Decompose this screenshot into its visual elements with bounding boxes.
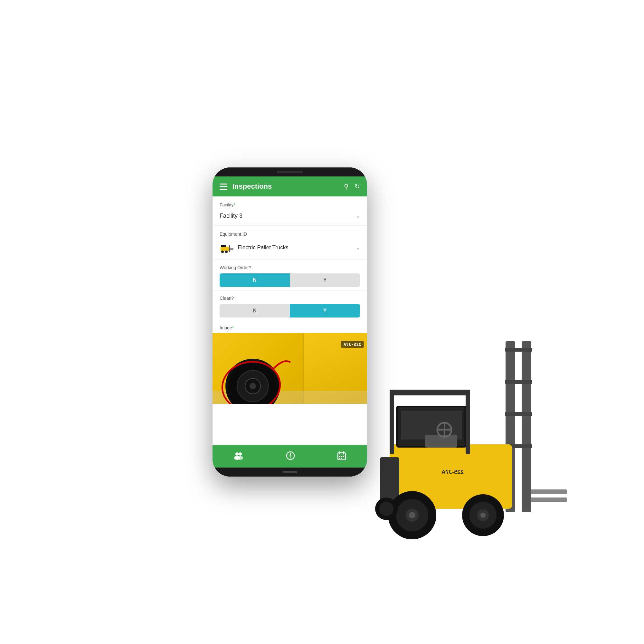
svg-point-27 [379, 502, 393, 516]
menu-button[interactable] [220, 184, 227, 190]
svg-rect-52 [341, 456, 342, 457]
facility-dropdown[interactable]: Facility 3 ⌄ [220, 210, 360, 222]
calendar-icon [337, 451, 346, 462]
app-header: Inspections ⚲ ↻ [213, 176, 367, 196]
facility-label: Facility* [220, 202, 360, 207]
nav-item-navigate[interactable] [286, 451, 295, 462]
facility-section: Facility* Facility 3 ⌄ [213, 196, 367, 225]
svg-point-25 [480, 513, 486, 518]
phone-speaker [277, 171, 303, 173]
svg-rect-55 [341, 458, 342, 459]
svg-rect-34 [230, 248, 233, 249]
phone-screen: Inspections ⚲ ↻ Facility* Facility 3 ⌄ [213, 176, 367, 468]
svg-rect-13 [390, 390, 394, 454]
phone-frame: Inspections ⚲ ↻ Facility* Facility 3 ⌄ [213, 167, 367, 477]
svg-point-37 [225, 251, 228, 253]
clean-n-btn[interactable]: N [220, 304, 290, 317]
team-icon [233, 451, 244, 462]
equipment-dropdown[interactable]: Electric Pallet Trucks ⌄ [220, 239, 360, 256]
svg-rect-32 [221, 247, 229, 251]
svg-rect-15 [380, 457, 399, 502]
svg-point-39 [219, 358, 283, 404]
svg-rect-14 [466, 390, 470, 454]
svg-point-40 [235, 452, 239, 456]
search-icon[interactable]: ⚲ [344, 183, 349, 190]
clean-section: Clean? N Y [213, 290, 367, 321]
svg-rect-12 [390, 390, 470, 395]
equipment-section: Equipment ID [213, 226, 367, 260]
svg-rect-6 [505, 412, 532, 416]
working-order-y-btn[interactable]: Y [290, 273, 360, 287]
nav-item-team[interactable] [233, 451, 244, 462]
svg-rect-38 [221, 245, 226, 247]
svg-rect-53 [343, 456, 344, 457]
equipment-value: Electric Pallet Trucks [238, 244, 289, 251]
svg-marker-46 [289, 455, 291, 459]
svg-point-41 [239, 452, 242, 456]
app-content: Facility* Facility 3 ⌄ Equipment ID [213, 196, 367, 445]
phone-home-indicator [283, 471, 297, 473]
equipment-left: Electric Pallet Trucks [220, 242, 289, 253]
facility-value: Facility 3 [220, 213, 242, 219]
svg-rect-1 [528, 497, 567, 502]
refresh-icon[interactable]: ↻ [355, 183, 360, 190]
header-actions: ⚲ ↻ [344, 183, 360, 190]
compass-icon [286, 451, 295, 462]
facility-arrow-icon: ⌄ [356, 213, 360, 219]
header-left: Inspections [220, 182, 272, 191]
working-order-n-btn[interactable]: N [220, 273, 290, 287]
forklift-illustration: 225-J7A [348, 309, 567, 560]
image-preview[interactable]: 225-J7A [213, 333, 367, 404]
image-label: Image* [213, 321, 367, 333]
working-order-label: Working Order? [220, 265, 360, 270]
tire-scene: 225-J7A [213, 333, 367, 404]
svg-rect-3 [522, 341, 531, 512]
svg-point-43 [237, 456, 243, 460]
clean-y-btn[interactable]: Y [290, 304, 360, 317]
nav-item-calendar[interactable] [337, 451, 346, 462]
bottom-nav [213, 445, 367, 468]
clean-label: Clean? [220, 296, 360, 301]
svg-point-21 [409, 512, 415, 518]
working-order-toggle: N Y [220, 273, 360, 287]
scene: 225-J7A [97, 64, 547, 580]
svg-rect-33 [229, 245, 230, 252]
svg-rect-54 [339, 458, 340, 459]
phone-bottom-bar [213, 468, 367, 477]
svg-text:225-J7A: 225-J7A [441, 469, 464, 475]
svg-rect-35 [230, 249, 233, 250]
image-section: Image* [213, 321, 367, 404]
working-order-section: Working Order? N Y [213, 260, 367, 290]
equipment-vehicle-icon [220, 242, 234, 253]
svg-rect-5 [505, 380, 532, 384]
phone-top-bar [213, 167, 367, 176]
app-title: Inspections [232, 182, 272, 191]
equipment-label: Equipment ID [220, 232, 360, 237]
svg-rect-51 [339, 456, 340, 457]
svg-point-36 [221, 251, 224, 253]
equipment-arrow-icon: ⌄ [356, 245, 360, 251]
svg-rect-4 [505, 348, 532, 352]
svg-rect-0 [528, 489, 567, 494]
clean-toggle: N Y [220, 304, 360, 317]
